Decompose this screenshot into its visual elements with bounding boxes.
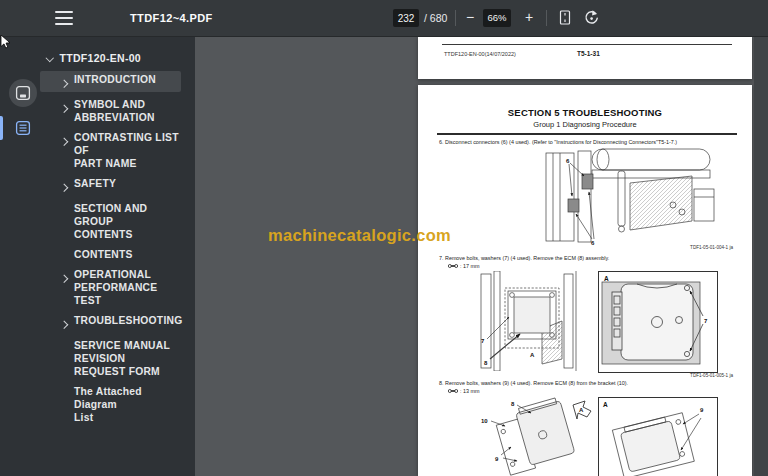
toc-item-attached-diagram-list[interactable]: The Attached Diagram List	[40, 383, 181, 425]
outline-view-button[interactable]	[15, 120, 31, 140]
tool-size-7: : 17 mm	[448, 263, 479, 269]
figure-connectors-diagram: 6 6	[530, 147, 726, 246]
toc-item-contents[interactable]: CONTENTS	[40, 246, 181, 262]
side-rail	[0, 36, 40, 476]
group-title: Group 1 Diagnosing Procedure	[418, 120, 752, 129]
view-arrow-a-label: A	[579, 407, 584, 413]
section-title: SECTION 5 TROUBLESHOOTING	[418, 107, 752, 118]
toc-item-label: SECTION AND GROUP CONTENTS	[74, 202, 181, 241]
pdf-page-current: SECTION 5 TROUBLESHOOTING Group 1 Diagno…	[418, 85, 752, 476]
document-canvas: TTDF120-EN-00(14/07/2022) T5-1-31 SECTIO…	[195, 36, 768, 476]
toc-root-label: TTDF120-EN-00	[60, 52, 142, 64]
toc-item-troubleshooting[interactable]: TROUBLESHOOTING	[40, 312, 181, 333]
footer-rule	[442, 44, 732, 45]
section-rule	[437, 133, 737, 135]
step-8-text: 8. Remove bolts, washers (9) (4 used). R…	[439, 380, 628, 386]
chevron-right-icon	[60, 184, 68, 192]
callout-9-left: 9	[495, 456, 499, 462]
callout-8-left: 8	[484, 360, 488, 366]
bookmarks-panel: TTDF120-EN-00 INTRODUCTION SYMBOL AND AB…	[40, 36, 195, 476]
figure-ecm-assembly-diagram: 7 8 A	[478, 271, 590, 371]
toc-item-symbol-and-abbreviation[interactable]: SYMBOL AND ABBREVIATION	[40, 96, 181, 125]
wrench-icon	[448, 263, 458, 269]
callout-6-bottom: 6	[591, 240, 595, 246]
page-footer-docid: TTDF120-EN-00(14/07/2022)	[444, 51, 516, 57]
callout-7-left: 7	[481, 338, 485, 344]
rotate-counterclockwise-icon	[583, 9, 600, 27]
callout-9-right: 9	[700, 407, 704, 413]
chevron-down-icon	[46, 54, 54, 62]
toc-item-label: CONTENTS	[74, 248, 133, 261]
document-outline-icon	[15, 120, 31, 136]
figure-ecm-detail-box: A 7	[598, 271, 718, 373]
zoom-in-button[interactable]: +	[521, 0, 537, 36]
chevron-right-icon	[60, 275, 68, 283]
detail-a-label: A	[604, 275, 609, 282]
toc-item-safety[interactable]: SAFETY	[40, 175, 181, 196]
thumbnails-view-button[interactable]	[9, 79, 37, 107]
callout-6-top: 6	[566, 158, 570, 164]
pdf-viewer-window: TTDF12~4.PDF / 680 − 66% +	[0, 0, 768, 476]
page-total-label: / 680	[424, 0, 447, 36]
vertical-scrollbar[interactable]	[754, 36, 768, 476]
toc-item-label: SYMBOL AND ABBREVIATION	[74, 98, 155, 124]
toolbar: TTDF12~4.PDF / 680 − 66% +	[0, 0, 768, 37]
toc-item-service-manual-revision[interactable]: SERVICE MANUAL REVISION REQUEST FORM	[40, 337, 181, 379]
toc-item-label: SERVICE MANUAL REVISION REQUEST FORM	[74, 339, 181, 378]
tool-size-7-label: : 17 mm	[460, 263, 479, 269]
callout-a-left: A	[530, 352, 535, 358]
zoom-level-display: 66%	[483, 9, 511, 27]
toc-item-label: OPERATIONAL PERFORMANCE TEST	[74, 268, 181, 307]
chevron-right-icon	[60, 105, 68, 113]
fit-to-page-button[interactable]	[558, 9, 572, 31]
zoom-out-button[interactable]: −	[462, 0, 478, 36]
rotate-button[interactable]	[583, 9, 600, 31]
toc-item-operational-performance-test[interactable]: OPERATIONAL PERFORMANCE TEST	[40, 266, 181, 308]
tool-size-8: : 13 mm	[448, 388, 479, 394]
wrench-icon	[448, 388, 458, 394]
bracket-detail-drawing: A 9	[599, 398, 715, 476]
pdf-page-previous: TTDF120-EN-00(14/07/2022) T5-1-31	[418, 37, 752, 79]
page-footer-pagecode: T5-1-31	[577, 50, 600, 57]
active-panel-indicator	[0, 116, 3, 140]
toc-item-label: CONTRASTING LIST OF PART NAME	[74, 131, 181, 170]
chevron-right-icon	[60, 80, 68, 88]
figure-ecm-bracket-exploded: 8 10 9 A	[473, 397, 598, 476]
toolbar-divider	[455, 10, 456, 26]
figure-2-caption: TDF1-05-01-005-1 ja	[690, 373, 733, 378]
ecm-detail-drawing: A 7	[599, 272, 715, 370]
toc-item-label: SAFETY	[74, 177, 116, 190]
toc-item-introduction[interactable]: INTRODUCTION	[40, 71, 181, 92]
chevron-right-icon	[60, 138, 68, 146]
toc-item-contrasting-list[interactable]: CONTRASTING LIST OF PART NAME	[40, 129, 181, 171]
detail-a-label: A	[603, 401, 608, 408]
callout-8: 8	[511, 401, 515, 407]
fit-page-icon	[558, 9, 572, 27]
figure-1-caption: TDF1-05-01-004-1 ja	[690, 245, 733, 250]
step-6-text: 6. Disconnect connectors (6) (4 used). (…	[439, 139, 677, 145]
callout-10: 10	[481, 418, 488, 424]
toc-item-label: INTRODUCTION	[74, 73, 156, 86]
toc-item-section-group-contents[interactable]: SECTION AND GROUP CONTENTS	[40, 200, 181, 242]
figure-bracket-detail-box: A 9	[598, 397, 718, 476]
callout-7-right: 7	[704, 318, 708, 324]
toc-item-label: TROUBLESHOOTING	[74, 314, 182, 327]
page-number-input[interactable]	[393, 9, 419, 27]
toolbar-divider	[546, 10, 547, 26]
toc-root-item[interactable]: TTDF120-EN-00	[40, 50, 195, 66]
step-7-text: 7. Remove bolts, washers (7) (4 used). R…	[439, 255, 609, 261]
tool-size-8-label: : 13 mm	[460, 388, 479, 394]
menu-icon[interactable]	[55, 11, 73, 25]
document-title: TTDF12~4.PDF	[130, 0, 213, 36]
toc-item-label: The Attached Diagram List	[74, 385, 181, 424]
thumbnails-icon	[15, 85, 31, 101]
chevron-right-icon	[60, 321, 68, 329]
mouse-cursor	[0, 35, 12, 50]
